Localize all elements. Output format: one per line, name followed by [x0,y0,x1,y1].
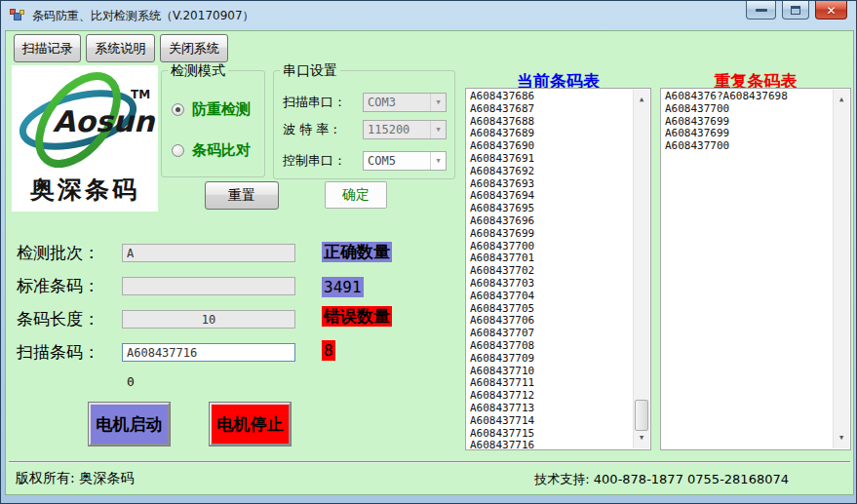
list-item[interactable]: A608437699 [470,228,650,241]
motor-stop-button[interactable]: 电机停止 [210,403,291,446]
control-port-select[interactable]: COM5 ▼ [363,151,447,171]
close-system-label: 关闭系统 [169,40,219,58]
motor-stop-label: 电机停止 [217,413,284,436]
motor-start-button[interactable]: 电机启动 [89,403,170,446]
scan-count-note: 0 [127,374,135,389]
chevron-down-icon: ▼ [430,152,446,170]
error-count-label: 错误数量 [322,306,392,327]
control-port-label: 控制串口： [283,152,346,170]
duplicate-barcode-list[interactable]: A6084376?A608437698A608437700A608437699A… [660,88,851,450]
batch-label: 检测批次： [17,242,99,264]
list-item[interactable]: A608437713 [470,403,650,415]
list-item[interactable]: A608437696 [470,215,650,228]
list-item[interactable]: A608437712 [470,390,650,403]
list-item[interactable]: A608437708 [470,340,650,353]
radio-label: 防重检测 [192,100,251,119]
duplicate-list-scrollbar[interactable]: ▲ ▼ [833,90,849,448]
list-item[interactable]: A608437686 [470,91,650,103]
app-window: 条码防重、比对检测系统（V.20170907） ✕ 扫描记录 系统说明 关闭系统 [0,0,857,504]
list-item[interactable]: A608437700 [665,140,850,153]
current-list-scrollbar[interactable]: ▲ ▼ [633,90,649,448]
scan-port-value: COM3 [368,96,396,109]
detection-mode-group: 检测模式 防重检测 条码比对 [161,70,265,177]
reset-button[interactable]: 重置 [205,181,279,210]
aosun-logo-icon: Aosun TM [12,69,158,169]
duplicate-list-items: A6084376?A608437698A608437700A608437699A… [665,91,850,153]
scroll-up-icon[interactable]: ▲ [834,94,849,106]
confirm-label: 确定 [342,186,370,204]
main-panel: 扫描记录 系统说明 关闭系统 Aosun TM [5,30,854,495]
correct-count-label: 正确数量 [322,242,392,262]
minimize-icon [756,9,767,12]
company-name: 奥深条码 [12,174,158,206]
titlebar[interactable]: 条码防重、比对检测系统（V.20170907） [1,1,856,30]
chevron-down-icon: ▼ [430,94,446,111]
radio-icon [172,103,184,116]
scan-barcode-label: 扫描条码： [17,341,99,364]
baud-rate-select: 115200 ▼ [363,120,447,139]
svg-text:Aosun: Aosun [53,104,156,138]
system-info-label: 系统说明 [96,40,146,58]
copyright-text: 版权所有: 奥深条码 [16,470,134,487]
list-item[interactable]: A608437703 [470,278,650,291]
radio-barcode-compare[interactable]: 条码比对 [172,141,251,160]
app-icon [10,9,25,23]
reset-label: 重置 [228,187,255,205]
control-port-value: COM5 [368,154,396,168]
system-info-button[interactable]: 系统说明 [86,34,155,62]
motor-start-label: 电机启动 [97,413,163,436]
list-item[interactable]: A608437716 [470,440,650,450]
statusbar-divider [9,461,850,463]
maximize-button[interactable] [782,1,809,19]
list-item[interactable]: A608437709 [470,353,650,366]
radio-icon [172,144,184,157]
chevron-down-icon: ▼ [430,121,446,138]
window-controls: ✕ [746,1,847,19]
window-title: 条码防重、比对检测系统（V.20170907） [32,8,254,24]
scan-barcode-field[interactable] [122,343,295,362]
scroll-down-icon[interactable]: ▼ [834,432,849,445]
barcode-length-field [122,310,295,329]
list-item[interactable]: A608437700 [665,103,850,116]
scan-log-button[interactable]: 扫描记录 [14,34,81,62]
list-item[interactable]: A6084376?A608437698 [665,91,850,103]
list-item[interactable]: A608437704 [470,291,650,303]
baud-rate-label: 波 特 率： [283,121,341,138]
list-item[interactable]: A608437692 [470,166,650,178]
list-item[interactable]: A608437687 [470,103,650,116]
list-item[interactable]: A608437714 [470,415,650,428]
current-barcode-list[interactable]: A608437686A608437687A608437688A608437689… [465,88,651,450]
scan-port-label: 扫描串口： [283,94,346,111]
close-icon: ✕ [826,4,836,18]
error-count-value: 8 [322,340,335,361]
radio-label: 条码比对 [192,141,251,160]
company-logo: Aosun TM 奥深条码 [12,65,158,212]
batch-field [122,244,295,262]
list-item[interactable]: A608437691 [470,153,650,166]
standard-barcode-label: 标准条码： [17,275,99,297]
serial-settings-title: 串口设置 [280,62,340,80]
support-text: 技术支持: 400-878-1877 0755-28168074 [534,471,789,488]
detection-mode-title: 检测模式 [168,62,228,80]
barcode-length-label: 条码长度： [17,308,99,330]
standard-barcode-field [122,277,295,295]
close-button[interactable]: ✕ [815,1,847,19]
baud-rate-value: 115200 [368,123,409,136]
serial-settings-group: 串口设置 扫描串口： COM3 ▼ 波 特 率： 115200 ▼ 控制串口： … [273,70,455,179]
scroll-up-icon[interactable]: ▲ [634,94,649,106]
confirm-button[interactable]: 确定 [325,181,387,209]
minimize-button[interactable] [746,1,776,19]
radio-anti-duplicate[interactable]: 防重检测 [172,100,251,119]
svg-text:TM: TM [131,88,150,101]
scrollbar-thumb[interactable] [635,400,648,431]
scan-port-select: COM3 ▼ [363,93,447,112]
close-system-button[interactable]: 关闭系统 [160,34,228,62]
scan-log-label: 扫描记录 [22,40,73,58]
maximize-icon [791,6,800,15]
current-list-items: A608437686A608437687A608437688A608437689… [470,91,650,450]
scroll-down-icon[interactable]: ▼ [634,432,649,445]
correct-count-value: 3491 [322,277,364,297]
